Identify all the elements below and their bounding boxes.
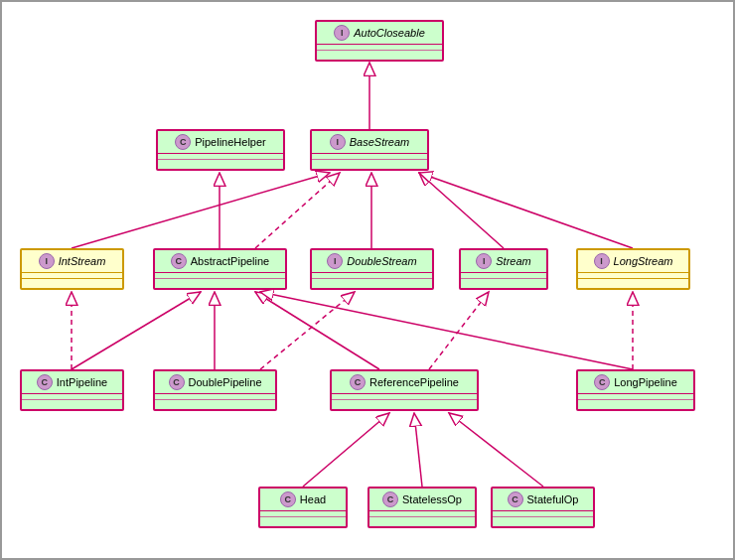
badge-PipelineHelper: C [175, 134, 191, 150]
label-BaseStream: BaseStream [350, 136, 410, 148]
node-Head: C Head [258, 487, 348, 528]
node-header-DoublePipeline: C DoublePipeline [155, 371, 275, 394]
node-ReferencePipeline: C ReferencePipeline [330, 369, 479, 411]
label-IntPipeline: IntPipeline [57, 376, 107, 388]
badge-IntStream: I [39, 253, 55, 269]
svg-line-16 [414, 413, 422, 487]
node-IntPipeline: C IntPipeline [20, 369, 124, 411]
node-header-AbstractPipeline: C AbstractPipeline [155, 250, 285, 273]
label-LongStream: LongStream [614, 255, 673, 267]
label-Head: Head [300, 493, 326, 505]
svg-line-2 [419, 173, 504, 248]
node-header-StatelessOp: C StatelessOp [369, 489, 475, 511]
badge-AutoCloseable: I [334, 25, 350, 41]
node-AbstractPipeline: C AbstractPipeline [153, 248, 287, 290]
lines-PipelineHelper [158, 154, 283, 166]
badge-AbstractPipeline: C [171, 253, 187, 269]
node-header-ReferencePipeline: C ReferencePipeline [332, 371, 477, 394]
svg-line-13 [260, 292, 633, 369]
node-LongPipeline: C LongPipeline [576, 369, 695, 411]
badge-ReferencePipeline: C [350, 374, 366, 390]
node-header-Head: C Head [260, 489, 346, 511]
lines-DoublePipeline [155, 394, 275, 406]
badge-BaseStream: I [330, 134, 346, 150]
label-StatelessOp: StatelessOp [402, 493, 462, 505]
svg-line-7 [72, 292, 201, 369]
node-header-IntPipeline: C IntPipeline [22, 371, 122, 394]
node-header-LongPipeline: C LongPipeline [578, 371, 693, 394]
label-AutoCloseable: AutoCloseable [354, 27, 425, 39]
node-header-PipelineHelper: C PipelineHelper [158, 131, 283, 154]
badge-DoublePipeline: C [169, 374, 185, 390]
badge-Head: C [280, 491, 296, 507]
node-StatelessOp: C StatelessOp [368, 487, 477, 528]
node-header-IntStream: I IntStream [22, 250, 122, 273]
svg-line-6 [255, 173, 340, 248]
node-header-AutoCloseable: I AutoCloseable [317, 22, 442, 45]
node-AutoCloseable: I AutoCloseable [315, 20, 444, 62]
node-BaseStream: I BaseStream [310, 129, 429, 171]
label-IntStream: IntStream [59, 255, 106, 267]
lines-Stream [461, 273, 546, 285]
label-PipelineHelper: PipelineHelper [195, 136, 266, 148]
lines-Head [260, 511, 346, 523]
node-IntStream: I IntStream [20, 248, 124, 290]
label-StatefulOp: StatefulOp [527, 493, 579, 505]
label-ReferencePipeline: ReferencePipeline [369, 376, 459, 388]
node-header-Stream: I Stream [461, 250, 546, 273]
lines-AbstractPipeline [155, 273, 285, 285]
label-LongPipeline: LongPipeline [614, 376, 677, 388]
lines-LongStream [578, 273, 688, 285]
badge-LongStream: I [594, 253, 610, 269]
node-DoubleStream: I DoubleStream [310, 248, 434, 290]
svg-line-17 [449, 413, 543, 487]
lines-StatelessOp [369, 511, 475, 523]
lines-ReferencePipeline [332, 394, 477, 406]
node-header-BaseStream: I BaseStream [312, 131, 427, 154]
lines-DoubleStream [312, 273, 432, 285]
label-AbstractPipeline: AbstractPipeline [191, 255, 270, 267]
svg-line-10 [260, 292, 355, 369]
svg-line-12 [429, 292, 489, 369]
uml-diagram: I AutoCloseable C PipelineHelper I BaseS… [0, 0, 735, 560]
label-Stream: Stream [496, 255, 530, 267]
badge-IntPipeline: C [37, 374, 53, 390]
badge-StatelessOp: C [382, 491, 398, 507]
svg-line-11 [255, 292, 379, 369]
node-header-LongStream: I LongStream [578, 250, 688, 273]
badge-Stream: I [476, 253, 492, 269]
node-DoublePipeline: C DoublePipeline [153, 369, 277, 411]
label-DoubleStream: DoubleStream [347, 255, 416, 267]
lines-IntStream [22, 273, 122, 285]
badge-LongPipeline: C [594, 374, 610, 390]
lines-BaseStream [312, 154, 427, 166]
svg-line-3 [72, 173, 330, 248]
node-PipelineHelper: C PipelineHelper [156, 129, 285, 171]
svg-line-4 [419, 173, 633, 248]
lines-LongPipeline [578, 394, 693, 406]
label-DoublePipeline: DoublePipeline [189, 376, 262, 388]
lines-IntPipeline [22, 394, 122, 406]
svg-line-15 [303, 413, 389, 487]
lines-StatefulOp [493, 511, 593, 523]
badge-DoubleStream: I [327, 253, 343, 269]
node-header-StatefulOp: C StatefulOp [493, 489, 593, 511]
lines-AutoCloseable [317, 45, 442, 57]
node-Stream: I Stream [459, 248, 548, 290]
node-LongStream: I LongStream [576, 248, 690, 290]
node-header-DoubleStream: I DoubleStream [312, 250, 432, 273]
node-StatefulOp: C StatefulOp [491, 487, 595, 528]
badge-StatefulOp: C [508, 491, 523, 507]
